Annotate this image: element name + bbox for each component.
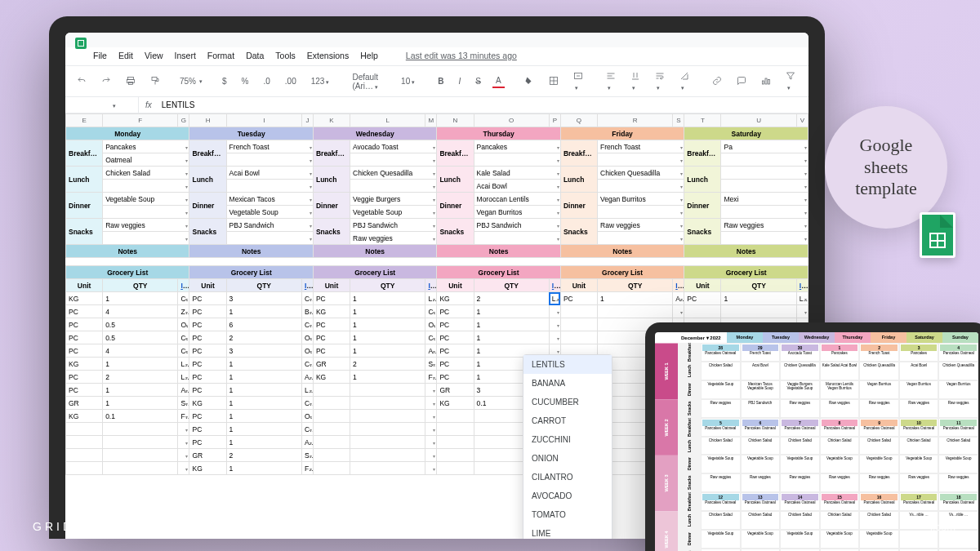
meal-cell[interactable]: PBJ Sandwich xyxy=(226,219,313,232)
grocery-cell[interactable]: PC xyxy=(189,423,226,436)
h-align-button[interactable] xyxy=(603,69,619,93)
column-header[interactable]: K xyxy=(313,114,350,127)
column-header[interactable]: P xyxy=(549,114,560,127)
grocery-cell[interactable]: LENTILS xyxy=(178,358,189,371)
redo-button[interactable] xyxy=(98,74,114,89)
grocery-cell[interactable] xyxy=(313,410,350,423)
column-header[interactable]: T xyxy=(684,114,721,127)
grocery-cell[interactable]: KG xyxy=(437,292,474,305)
cal-cell[interactable]: 4Pancakes Oatmeal xyxy=(938,343,978,362)
filter-button[interactable] xyxy=(782,69,799,93)
grocery-cell[interactable]: PC xyxy=(66,331,103,344)
cal-cell[interactable]: 1Pancakes xyxy=(820,343,860,362)
grocery-cell[interactable]: PC xyxy=(313,292,350,305)
cal-cell[interactable]: Chicken Salad xyxy=(741,437,781,455)
meal-cell[interactable]: Chicken Quesadilla xyxy=(350,167,437,180)
text-color-button[interactable]: A xyxy=(492,74,505,88)
grocery-cell[interactable]: 1 xyxy=(103,292,178,305)
grocery-cell[interactable]: KG xyxy=(313,371,350,384)
last-edit-status[interactable]: Last edit was 13 minutes ago xyxy=(406,51,517,60)
grocery-cell[interactable] xyxy=(425,423,437,436)
grocery-cell[interactable]: LIME xyxy=(178,371,189,384)
grocery-cell[interactable] xyxy=(66,423,103,436)
cal-cell[interactable]: Raw veggies xyxy=(899,473,939,492)
meal-cell[interactable]: Avocado Toast xyxy=(350,140,437,153)
cal-cell[interactable]: Vegetable Soup xyxy=(859,455,899,473)
grocery-cell[interactable] xyxy=(313,449,350,462)
column-header[interactable]: U xyxy=(721,114,796,127)
grocery-col-header[interactable]: Unit xyxy=(313,279,350,292)
grocery-cell[interactable]: PC xyxy=(189,371,226,384)
cal-cell[interactable]: Chicken Salad xyxy=(701,437,741,455)
grocery-cell[interactable] xyxy=(673,305,684,318)
meal-cell[interactable] xyxy=(226,153,313,167)
grocery-cell[interactable]: AVOCADO xyxy=(178,384,189,397)
cal-cell[interactable]: Vegan Burritos xyxy=(859,380,899,399)
rotate-button[interactable] xyxy=(676,69,693,93)
meal-cell[interactable]: Vegetable Soup xyxy=(226,206,313,219)
autocomplete-item[interactable]: TOMATO xyxy=(523,505,612,524)
grocery-cell[interactable] xyxy=(560,305,597,318)
grocery-cell[interactable] xyxy=(313,384,350,397)
grocery-cell[interactable]: ONION xyxy=(178,318,189,331)
grocery-cell[interactable] xyxy=(425,410,437,423)
decrease-decimal-button[interactable]: .0 xyxy=(260,75,273,87)
meal-cell[interactable]: French Toast xyxy=(226,140,313,153)
meal-cell[interactable]: Oatmeal xyxy=(103,153,189,167)
cal-cell[interactable]: Kale Salad Acai Bowl xyxy=(820,362,860,380)
grocery-cell[interactable] xyxy=(178,449,189,462)
grocery-cell[interactable] xyxy=(549,318,560,331)
cal-cell[interactable]: 10Pancakes Oatmeal xyxy=(899,418,939,437)
meal-cell[interactable]: Veggie Burgers xyxy=(350,193,437,206)
grocery-col-header[interactable]: QTY xyxy=(103,279,178,292)
grocery-col-header[interactable]: QTY xyxy=(474,279,549,292)
grocery-cell[interactable]: CILANTRO xyxy=(301,423,313,436)
print-button[interactable] xyxy=(122,74,139,89)
grocery-cell[interactable]: 3 xyxy=(226,344,301,358)
grocery-cell[interactable] xyxy=(66,449,103,462)
cal-cell[interactable]: Raw veggies xyxy=(780,399,820,418)
meal-cell[interactable]: Vegan Burritos xyxy=(598,193,684,206)
grocery-cell[interactable]: 1 xyxy=(226,462,301,475)
cal-cell[interactable]: 16Pancakes Oatmeal xyxy=(859,492,899,511)
column-header[interactable]: Q xyxy=(560,114,597,127)
grocery-cell[interactable] xyxy=(66,462,103,475)
autocomplete-item[interactable]: CUCUMBER xyxy=(523,393,612,411)
grocery-cell[interactable]: ONION xyxy=(301,344,313,358)
cal-cell[interactable]: 8Pancakes Oatmeal xyxy=(820,418,860,437)
menu-tools[interactable]: Tools xyxy=(275,51,296,60)
autocomplete-dropdown[interactable]: LENTILSBANANACUCUMBERCARROTZUCCHINIONION… xyxy=(523,354,612,539)
cal-cell[interactable]: Chicken Salad xyxy=(938,437,978,455)
grocery-cell[interactable]: PC xyxy=(437,331,474,344)
grocery-cell[interactable]: KG xyxy=(313,305,350,318)
grocery-cell[interactable]: PC xyxy=(437,318,474,331)
grocery-cell[interactable]: 1 xyxy=(103,384,178,397)
grocery-cell[interactable]: PC xyxy=(189,358,226,371)
grocery-cell[interactable]: 1 xyxy=(474,305,549,318)
cal-cell[interactable]: Acai Bowl xyxy=(899,362,939,380)
grocery-cell[interactable] xyxy=(437,436,474,449)
cal-cell[interactable]: 12Pancakes Oatmeal xyxy=(701,492,741,511)
meal-cell[interactable]: French Toast xyxy=(598,140,684,153)
grocery-cell[interactable]: 2 xyxy=(474,292,549,305)
menu-edit[interactable]: Edit xyxy=(118,51,133,60)
grocery-cell[interactable]: KG xyxy=(66,358,103,371)
column-header[interactable]: F xyxy=(103,114,178,127)
meal-cell[interactable]: PBJ Sandwich xyxy=(474,219,560,232)
meal-cell[interactable]: Chicken Quesadilla xyxy=(598,167,684,180)
cal-cell[interactable]: 6Pancakes Oatmeal xyxy=(741,418,781,437)
column-header[interactable]: V xyxy=(796,114,808,127)
grocery-cell[interactable]: STRAWBERRIES xyxy=(425,358,437,371)
grocery-cell[interactable]: CHICKEN xyxy=(425,305,437,318)
grocery-cell[interactable] xyxy=(350,410,425,423)
grocery-col-header[interactable]: Unit xyxy=(437,279,474,292)
grocery-cell[interactable] xyxy=(178,436,189,449)
grocery-cell[interactable]: 1 xyxy=(350,331,425,344)
column-header[interactable]: O xyxy=(474,114,549,127)
grocery-cell[interactable] xyxy=(350,397,425,410)
chart-button[interactable] xyxy=(758,74,774,89)
name-box[interactable]: ▾ xyxy=(65,97,139,113)
merge-button[interactable] xyxy=(570,69,586,93)
grocery-cell[interactable]: 1 xyxy=(350,371,425,384)
grocery-cell[interactable]: PC xyxy=(189,410,226,423)
